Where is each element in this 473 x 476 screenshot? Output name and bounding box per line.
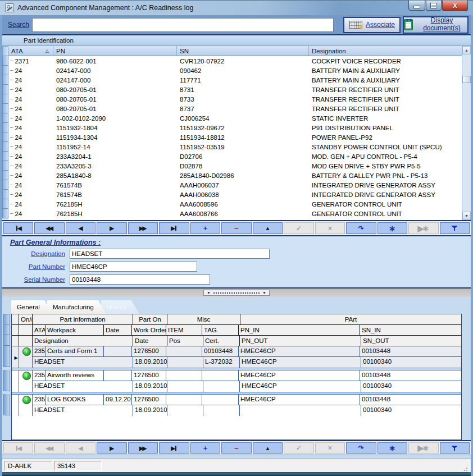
header-part-on[interactable]: Part On <box>133 314 167 324</box>
table-row[interactable]: ┄24080-20705-018731TRANSFER RECTIFIER UN… <box>8 85 462 94</box>
column-header-sn[interactable]: SN <box>177 46 309 56</box>
header-workpack[interactable]: Workpack <box>46 325 104 335</box>
table-row[interactable]: ┄24024147-000090462BATTERY MAIN & AUXILI… <box>8 66 462 75</box>
header-sn-out[interactable]: SN_OUT <box>361 336 461 346</box>
header-pos[interactable]: Pos <box>167 336 203 346</box>
nav-delete-button[interactable]: − <box>221 222 251 234</box>
column-header-designation[interactable]: Designation <box>309 46 462 56</box>
row-indicator-cell[interactable] <box>2 161 8 171</box>
nav-prior-button[interactable]: ◀ <box>66 222 95 234</box>
header-ata[interactable]: ATA <box>33 325 46 335</box>
column-header-pn[interactable]: PN <box>53 46 177 56</box>
scroll-down-arrow[interactable]: ▼ <box>462 212 471 220</box>
designation-field[interactable] <box>70 249 270 259</box>
scroll-thumb[interactable] <box>462 76 471 83</box>
header-blank[interactable] <box>12 325 19 335</box>
nav-first-button[interactable]: ◀ <box>3 222 33 234</box>
horizontal-splitter[interactable]: ▼ ▼ <box>2 289 471 297</box>
scroll-up-arrow[interactable]: ▲ <box>462 46 471 54</box>
serial-number-field[interactable] <box>70 274 210 285</box>
record-bottom-row[interactable]: HEADSET18.09.2010HMEC46CP00100340 <box>33 381 461 392</box>
record-top-row[interactable]: 2351Certs and Form 1127650000103448HMEC4… <box>33 346 461 357</box>
table-row[interactable]: ┄24233A3205-3D02878MOD GEN DRIVE + STBY … <box>8 161 462 171</box>
tab-general[interactable]: General <box>11 300 52 314</box>
row-indicator-cell[interactable] <box>2 190 8 199</box>
table-row[interactable]: ┄24233A3204-1D02706MOD. GEN + APU CONTRO… <box>8 152 462 161</box>
splitter-collapse-button[interactable]: ▼ ▼ <box>203 290 270 296</box>
display-documents-button[interactable]: ◄► Display document(s) <box>403 16 469 34</box>
row-indicator-cell[interactable] <box>2 94 8 104</box>
scroll-track[interactable] <box>462 54 471 212</box>
header-blank[interactable] <box>19 325 33 335</box>
header-part[interactable]: PArt <box>240 314 461 324</box>
table-row[interactable]: ┄24080-20705-018733TRANSFER RECTIFIER UN… <box>8 94 462 104</box>
maximize-button[interactable] <box>426 1 442 11</box>
table-row[interactable]: ┄24080-20705-018737TRANSFER RECTIFIER UN… <box>8 104 462 113</box>
nav-prior-page-button[interactable]: ◀◀ <box>34 222 64 234</box>
nav-next-page-button[interactable]: ▶▶ <box>128 222 158 234</box>
header-date[interactable]: Date <box>104 325 132 335</box>
table-row[interactable]: ┄241151934-13041151934-18812POWER PANEL-… <box>8 132 462 142</box>
designation-label[interactable]: Designation <box>10 250 65 257</box>
header-blank[interactable] <box>12 336 19 346</box>
table-row[interactable]: ┄24761574BAAAH006038INTEGRATED DRIVE GEN… <box>8 190 462 199</box>
nav-next-button[interactable]: ▶ <box>97 222 126 234</box>
row-indicator-cell[interactable] <box>2 209 8 218</box>
row-indicator-cell[interactable] <box>2 85 8 94</box>
row-indicator-cell[interactable] <box>2 123 8 132</box>
history-record[interactable]: ▶↑2351Certs and Form 1127650000103448HME… <box>12 346 461 368</box>
header-work-order[interactable]: Work Order <box>132 325 166 335</box>
header-misc[interactable]: Misc <box>167 314 240 324</box>
table-row[interactable]: ┄24285A1840-8285A1840-D02986BATTERY & GA… <box>8 171 462 180</box>
search-link[interactable]: Search <box>8 21 29 29</box>
nav-edit-button[interactable]: ▲ <box>253 442 283 454</box>
header-pn-out[interactable]: PN_OUT <box>240 336 361 346</box>
row-indicator-cell[interactable] <box>2 56 8 66</box>
row-indicator-cell[interactable] <box>2 199 8 209</box>
history-record[interactable]: ↑2351LOG BOOKS09.12.2011276500HMEC46CP00… <box>12 395 461 416</box>
record-bottom-row[interactable]: HEADSET18.09.2010L-372032HMEC46CP0010034… <box>33 357 461 368</box>
nav-insert-button[interactable]: + <box>190 442 220 454</box>
close-button[interactable]: X <box>442 1 468 11</box>
green-up-arrow-icon[interactable]: ↑ <box>22 347 31 356</box>
nav-refresh-button[interactable]: ↷ <box>346 442 376 454</box>
table-row[interactable]: ┄24762185HAAA6008596GENERATOR CONTROL UN… <box>8 199 462 209</box>
table-row[interactable]: ┄241151932-18041151932-09672P91 DISTRIBU… <box>8 123 462 132</box>
table-row[interactable]: ┄2371980-6022-001CVR120-07922COCKPIT VOI… <box>8 56 462 66</box>
resize-grip[interactable] <box>461 465 469 472</box>
row-indicator-cell[interactable] <box>2 113 8 123</box>
nav-delete-button[interactable]: − <box>221 442 251 454</box>
header-date[interactable]: Date <box>133 336 167 346</box>
row-indicator-cell[interactable] <box>2 66 8 75</box>
associate-button[interactable]: Associate <box>343 17 401 33</box>
part-number-field[interactable] <box>70 262 197 272</box>
header-designation[interactable]: Designation <box>33 336 133 346</box>
nav-insert-button[interactable]: + <box>190 222 220 234</box>
header-pn-in[interactable]: PN_IN <box>239 325 360 335</box>
nav-bookmark-button[interactable]: ∗ <box>378 222 407 234</box>
serial-number-label[interactable]: Serial Number <box>10 276 65 283</box>
record-top-row[interactable]: 2351Airworth reviews1276500HMEC46CP00103… <box>33 370 461 381</box>
nav-last-button[interactable]: ▶ <box>159 442 189 454</box>
table-row[interactable]: ┄24761574BAAAH006037INTEGRATED DRIVE GEN… <box>8 180 462 190</box>
part-number-label[interactable]: Part Number <box>10 263 65 270</box>
header-part-information[interactable]: Part information <box>33 314 133 324</box>
nav-filter-button[interactable] <box>440 222 470 234</box>
record-bottom-row[interactable]: HEADSET18.09.201000100340 <box>33 405 461 416</box>
nav-next-button[interactable]: ▶ <box>97 442 126 454</box>
green-up-arrow-icon[interactable]: ↑ <box>22 372 31 380</box>
search-input[interactable] <box>32 18 334 32</box>
row-indicator-cell[interactable] <box>2 75 8 85</box>
row-indicator-cell[interactable] <box>2 180 8 190</box>
nav-bookmark-button[interactable]: ∗ <box>378 442 407 454</box>
header-blank[interactable] <box>19 336 33 346</box>
row-indicator-cell[interactable] <box>2 171 8 180</box>
history-record[interactable]: ↑2351Airworth reviews1276500HMEC46CP0010… <box>12 370 461 392</box>
row-indicator-cell[interactable] <box>2 132 8 142</box>
header-blank[interactable] <box>12 314 19 324</box>
row-indicator-cell[interactable] <box>2 142 8 152</box>
nav-next-page-button[interactable]: ▶▶ <box>128 442 158 454</box>
green-up-arrow-icon[interactable]: ↑ <box>22 396 31 404</box>
table-row[interactable]: ┄241-002-0102-2090CJ006254STATIC INVERTE… <box>8 113 462 123</box>
header-item[interactable]: ITEM <box>166 325 202 335</box>
